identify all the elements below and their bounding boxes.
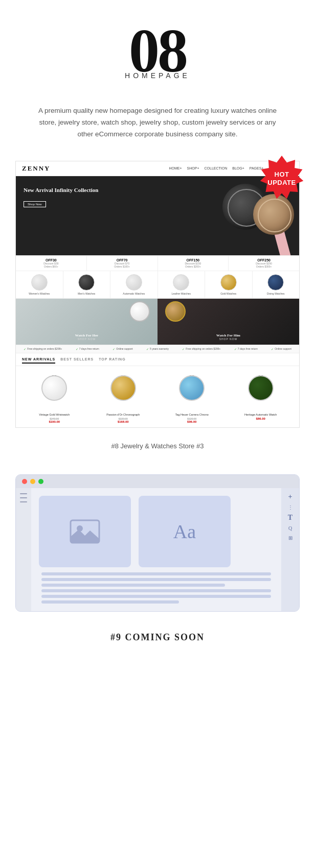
content-line-3 xyxy=(41,584,225,587)
product-watch-4 xyxy=(245,375,276,411)
product-watch-2 xyxy=(108,375,139,411)
content-line-2 xyxy=(41,578,271,581)
feature-shipping-2: ✓ Free shipping on orders $299+ xyxy=(182,347,220,351)
section-caption-1: #8 Jewelry & Watches Store #3 xyxy=(0,433,315,459)
tab-new-arrivals[interactable]: NEW ARRIVALS xyxy=(22,357,55,364)
toolbar-grid-icon[interactable]: ⊞ xyxy=(288,535,292,541)
badge-shape: HOT UPDATE xyxy=(259,156,305,202)
product-4[interactable]: Heritage Automatic Watch $86.00 xyxy=(227,370,296,423)
editor-body: Aa + ⋮ T Q ⊞ xyxy=(16,488,299,611)
category-womens[interactable]: Women's Watches xyxy=(16,271,63,298)
him-shop-now[interactable]: SHOP NOW xyxy=(162,337,295,341)
content-line-1 xyxy=(41,572,271,575)
product-watch-3 xyxy=(176,375,207,411)
feature-support-2: ✓ Online support xyxy=(271,347,291,351)
hot-update-badge: HOT UPDATE xyxy=(259,156,305,202)
product-name-1: Vintage Gold Wristwatch xyxy=(22,413,86,416)
category-watch-icon xyxy=(220,274,237,291)
category-watch-icon xyxy=(126,274,142,291)
placeholder-image-block xyxy=(39,496,131,567)
product-price-2: $168.00 xyxy=(92,420,155,423)
split-him[interactable]: Watch For Him SHOP NOW xyxy=(158,299,299,345)
product-3[interactable]: Tag Heuer Carrera Chrono $120.00 $96.00 xyxy=(158,370,227,423)
titlebar-dot-red[interactable] xyxy=(22,479,27,484)
discount-item-30: OFF30 Discount $30Orders $60+ xyxy=(16,256,87,271)
nav-link-home[interactable]: HOME+ xyxy=(169,166,182,170)
mock-products-grid: Vintage Gold Wristwatch $240.00 $190.00 … xyxy=(16,366,299,427)
mock-hero-banner: New Arrival Infinity Collection Shop Now xyxy=(16,176,299,255)
her-shop-now[interactable]: SHOP NOW xyxy=(20,337,153,341)
mock-logo: ZENNY xyxy=(22,164,51,173)
category-watch-icon xyxy=(173,274,189,291)
content-line-4 xyxy=(41,589,271,592)
discount-item-150: OFF150 Discount $150Orders $200+ xyxy=(158,256,229,271)
feature-warranty: ✓ 5 years warranty xyxy=(146,347,169,351)
content-placeholders: Aa xyxy=(39,496,274,567)
nav-link-shop[interactable]: SHOP+ xyxy=(187,166,199,170)
category-leather[interactable]: Leather Watches xyxy=(158,271,206,298)
category-watch-icon xyxy=(267,274,284,291)
mock-hero-text: New Arrival Infinity Collection Shop Now xyxy=(16,176,143,255)
discount-item-250: OFF250 Discount $250Orders $300+ xyxy=(229,256,299,271)
her-title: Watch For Her xyxy=(20,333,153,337)
product-name-3: Tag Heuer Carrera Chrono xyxy=(160,413,224,416)
feature-shipping: ✓ Free shipping on orders $299+ xyxy=(24,347,62,351)
tab-best-sellers[interactable]: BEST SELLERS xyxy=(60,357,94,364)
sidebar-icon-bar-2 xyxy=(20,497,27,498)
him-watch-decoration xyxy=(165,301,186,322)
coming-soon-section: Aa + ⋮ T Q ⊞ xyxy=(0,459,315,622)
mock-editor: Aa + ⋮ T Q ⊞ xyxy=(15,474,300,612)
product-price-3: $96.00 xyxy=(160,420,224,423)
discount-item-70: OFF70 Discount $70Orders $100+ xyxy=(87,256,158,271)
editor-titlebar xyxy=(16,475,299,488)
mock-website: ZENNY HOME+ SHOP+ COLLECTION BLOG+ PAGES… xyxy=(15,161,300,428)
editor-sidebar xyxy=(16,488,31,611)
him-title: Watch For Him xyxy=(162,333,295,337)
preview-section: HOT UPDATE ZENNY HOME+ SHOP+ COLLECTION … xyxy=(15,161,300,428)
nav-link-blog[interactable]: BLOG+ xyxy=(232,166,244,170)
product-name-2: Passion d'Or Chronograph xyxy=(92,413,155,416)
toolbar-dots-icon[interactable]: ⋮ xyxy=(288,504,293,510)
mock-categories: Women's Watches Men's Watches Automatic … xyxy=(16,271,299,299)
mock-split-section: Watch For Her SHOP NOW Watch For Him SHO… xyxy=(16,299,299,345)
editor-content: Aa xyxy=(31,488,281,611)
category-watch-icon xyxy=(78,274,95,291)
hero-title: New Arrival Infinity Collection xyxy=(24,186,136,194)
toolbar-plus-icon[interactable]: + xyxy=(288,493,292,500)
category-automatic[interactable]: Automatic Watches xyxy=(110,271,158,298)
product-price-1: $190.00 xyxy=(22,420,86,423)
product-2[interactable]: Passion d'Or Chronograph $220.00 $168.00 xyxy=(89,370,158,423)
toolbar-search-icon[interactable]: Q xyxy=(288,525,292,531)
editor-toolbar: + ⋮ T Q ⊞ xyxy=(281,488,299,611)
product-1[interactable]: Vintage Gold Wristwatch $240.00 $190.00 xyxy=(20,370,89,423)
content-line-6 xyxy=(41,600,179,604)
mock-products-tabs: NEW ARRIVALS BEST SELLERS TOP RATING xyxy=(16,353,299,366)
mock-discount-bar: OFF30 Discount $30Orders $60+ OFF70 Disc… xyxy=(16,255,299,271)
titlebar-dot-green[interactable] xyxy=(38,479,43,484)
category-gold[interactable]: Gold Watches xyxy=(205,271,253,298)
hero-shop-now-button[interactable]: Shop Now xyxy=(24,201,46,207)
feature-support: ✓ Online support xyxy=(112,347,133,351)
placeholder-text-block: Aa xyxy=(139,496,231,567)
mock-navbar: ZENNY HOME+ SHOP+ COLLECTION BLOG+ PAGES… xyxy=(16,161,299,176)
badge-text: HOT UPDATE xyxy=(267,171,296,186)
image-placeholder-icon xyxy=(70,516,100,547)
feature-return-2: ✓ 7 days free return xyxy=(234,347,258,351)
product-watch-1 xyxy=(39,375,70,411)
titlebar-dot-yellow[interactable] xyxy=(30,479,35,484)
content-lines xyxy=(39,572,274,604)
category-mens[interactable]: Men's Watches xyxy=(63,271,111,298)
product-name-4: Heritage Automatic Watch xyxy=(229,413,293,416)
hero-header: 08 HOMEPAGE xyxy=(0,0,315,90)
split-her[interactable]: Watch For Her SHOP NOW xyxy=(16,299,158,345)
mock-features-bar: ✓ Free shipping on orders $299+ ✓ 7 days… xyxy=(16,345,299,353)
toolbar-t-icon[interactable]: T xyxy=(288,514,292,521)
category-watch-icon xyxy=(31,274,48,291)
her-watch-decoration xyxy=(129,301,150,322)
text-placeholder-label: Aa xyxy=(173,520,196,543)
category-diving[interactable]: Diving Watches xyxy=(253,271,300,298)
feature-return: ✓ 7 days free return xyxy=(76,347,99,351)
sidebar-icon-menu xyxy=(20,493,27,494)
nav-link-collection[interactable]: COLLECTION xyxy=(204,166,227,170)
tab-top-rating[interactable]: TOP RATING xyxy=(99,357,125,364)
